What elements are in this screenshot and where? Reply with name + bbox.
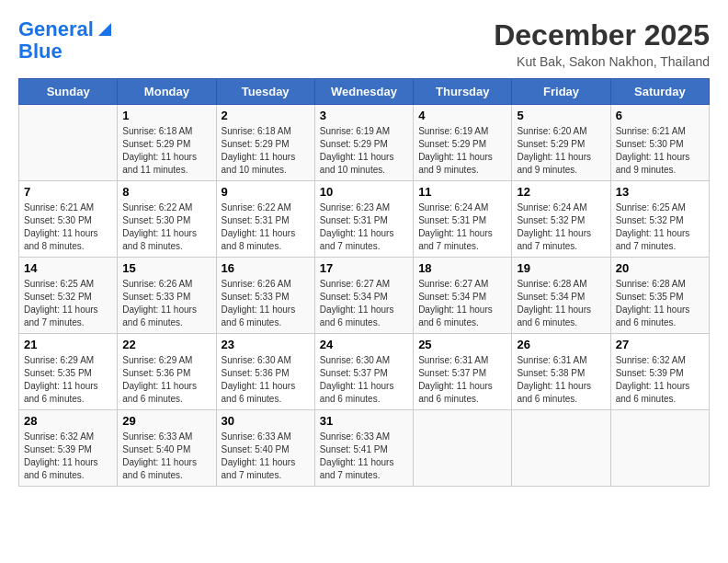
calendar-cell: 7Sunrise: 6:21 AM Sunset: 5:30 PM Daylig… [19,181,118,258]
calendar-cell: 30Sunrise: 6:33 AM Sunset: 5:40 PM Dayli… [216,410,314,487]
header-wednesday: Wednesday [314,79,413,105]
day-info: Sunrise: 6:33 AM Sunset: 5:41 PM Dayligh… [320,431,408,482]
calendar-cell: 23Sunrise: 6:30 AM Sunset: 5:36 PM Dayli… [216,334,314,410]
location-subtitle: Kut Bak, Sakon Nakhon, Thailand [494,54,710,69]
day-number: 15 [122,261,210,275]
calendar-cell: 29Sunrise: 6:33 AM Sunset: 5:40 PM Dayli… [118,410,216,487]
calendar-cell: 28Sunrise: 6:32 AM Sunset: 5:39 PM Dayli… [19,410,118,487]
day-number: 12 [517,185,605,199]
calendar-cell: 8Sunrise: 6:22 AM Sunset: 5:30 PM Daylig… [118,181,216,258]
calendar-cell [414,410,512,487]
svg-marker-0 [98,23,111,36]
day-info: Sunrise: 6:23 AM Sunset: 5:31 PM Dayligh… [320,201,408,253]
calendar-cell: 5Sunrise: 6:20 AM Sunset: 5:29 PM Daylig… [512,105,610,181]
calendar-cell: 4Sunrise: 6:19 AM Sunset: 5:29 PM Daylig… [414,105,512,181]
day-info: Sunrise: 6:19 AM Sunset: 5:29 PM Dayligh… [418,125,506,177]
calendar-cell: 14Sunrise: 6:25 AM Sunset: 5:32 PM Dayli… [19,258,118,334]
day-number: 18 [418,261,506,275]
week-row-2: 7Sunrise: 6:21 AM Sunset: 5:30 PM Daylig… [19,181,710,258]
calendar-cell: 31Sunrise: 6:33 AM Sunset: 5:41 PM Dayli… [314,410,413,487]
logo: General Blue [18,18,113,63]
day-number: 28 [24,414,112,428]
calendar-cell: 3Sunrise: 6:19 AM Sunset: 5:29 PM Daylig… [314,105,413,181]
calendar-cell: 27Sunrise: 6:32 AM Sunset: 5:39 PM Dayli… [610,334,709,410]
day-info: Sunrise: 6:26 AM Sunset: 5:33 PM Dayligh… [122,278,210,329]
day-number: 10 [320,185,408,199]
header-thursday: Thursday [414,79,512,105]
day-number: 23 [222,338,310,351]
header-saturday: Saturday [610,79,709,105]
calendar-cell: 10Sunrise: 6:23 AM Sunset: 5:31 PM Dayli… [314,181,413,258]
day-number: 25 [418,338,506,351]
day-number: 29 [122,414,210,428]
day-info: Sunrise: 6:30 AM Sunset: 5:37 PM Dayligh… [320,354,408,406]
day-number: 5 [517,109,605,122]
day-info: Sunrise: 6:28 AM Sunset: 5:34 PM Dayligh… [517,278,605,329]
day-info: Sunrise: 6:32 AM Sunset: 5:39 PM Dayligh… [616,354,704,406]
calendar-cell: 12Sunrise: 6:24 AM Sunset: 5:32 PM Dayli… [512,181,610,258]
calendar-cell [19,105,118,181]
day-info: Sunrise: 6:32 AM Sunset: 5:39 PM Dayligh… [24,431,112,482]
header-tuesday: Tuesday [216,79,314,105]
day-number: 2 [222,109,310,122]
day-number: 14 [24,261,112,275]
calendar-cell: 13Sunrise: 6:25 AM Sunset: 5:32 PM Dayli… [610,181,709,258]
day-number: 13 [616,185,704,199]
month-title: December 2025 [494,18,710,52]
day-info: Sunrise: 6:22 AM Sunset: 5:30 PM Dayligh… [122,201,210,253]
day-info: Sunrise: 6:27 AM Sunset: 5:34 PM Dayligh… [320,278,408,329]
day-info: Sunrise: 6:28 AM Sunset: 5:35 PM Dayligh… [616,278,704,329]
day-number: 8 [122,185,210,199]
calendar-cell: 6Sunrise: 6:21 AM Sunset: 5:30 PM Daylig… [610,105,709,181]
day-info: Sunrise: 6:26 AM Sunset: 5:33 PM Dayligh… [222,278,310,329]
day-number: 6 [616,109,704,122]
day-info: Sunrise: 6:25 AM Sunset: 5:32 PM Dayligh… [616,201,704,253]
week-row-3: 14Sunrise: 6:25 AM Sunset: 5:32 PM Dayli… [19,258,710,334]
day-number: 20 [616,261,704,275]
day-number: 21 [24,338,112,351]
calendar-cell: 21Sunrise: 6:29 AM Sunset: 5:35 PM Dayli… [19,334,118,410]
title-block: December 2025 Kut Bak, Sakon Nakhon, Tha… [494,18,710,69]
logo-arrow-icon [97,21,113,38]
logo-text-line1: General [18,18,94,40]
calendar-header-row: SundayMondayTuesdayWednesdayThursdayFrid… [19,79,710,105]
day-info: Sunrise: 6:21 AM Sunset: 5:30 PM Dayligh… [616,125,704,177]
calendar-cell: 20Sunrise: 6:28 AM Sunset: 5:35 PM Dayli… [610,258,709,334]
day-number: 4 [418,109,506,122]
day-number: 24 [320,338,408,351]
day-info: Sunrise: 6:33 AM Sunset: 5:40 PM Dayligh… [122,431,210,482]
day-info: Sunrise: 6:25 AM Sunset: 5:32 PM Dayligh… [24,278,112,329]
day-info: Sunrise: 6:18 AM Sunset: 5:29 PM Dayligh… [122,125,210,177]
week-row-1: 1Sunrise: 6:18 AM Sunset: 5:29 PM Daylig… [19,105,710,181]
day-number: 1 [122,109,210,122]
day-number: 19 [517,261,605,275]
week-row-4: 21Sunrise: 6:29 AM Sunset: 5:35 PM Dayli… [19,334,710,410]
calendar-cell: 2Sunrise: 6:18 AM Sunset: 5:29 PM Daylig… [216,105,314,181]
day-info: Sunrise: 6:20 AM Sunset: 5:29 PM Dayligh… [517,125,605,177]
day-info: Sunrise: 6:30 AM Sunset: 5:36 PM Dayligh… [222,354,310,406]
day-info: Sunrise: 6:19 AM Sunset: 5:29 PM Dayligh… [320,125,408,177]
day-number: 11 [418,185,506,199]
day-number: 9 [222,185,310,199]
day-number: 26 [517,338,605,351]
day-info: Sunrise: 6:27 AM Sunset: 5:34 PM Dayligh… [418,278,506,329]
calendar-cell [610,410,709,487]
calendar-cell: 19Sunrise: 6:28 AM Sunset: 5:34 PM Dayli… [512,258,610,334]
day-number: 17 [320,261,408,275]
calendar-cell: 9Sunrise: 6:22 AM Sunset: 5:31 PM Daylig… [216,181,314,258]
header-monday: Monday [118,79,216,105]
day-number: 16 [222,261,310,275]
page-header: General Blue December 2025 Kut Bak, Sako… [18,18,710,69]
calendar-cell: 24Sunrise: 6:30 AM Sunset: 5:37 PM Dayli… [314,334,413,410]
day-info: Sunrise: 6:31 AM Sunset: 5:38 PM Dayligh… [517,354,605,406]
calendar-table: SundayMondayTuesdayWednesdayThursdayFrid… [18,78,710,487]
day-info: Sunrise: 6:24 AM Sunset: 5:31 PM Dayligh… [418,201,506,253]
calendar-cell: 22Sunrise: 6:29 AM Sunset: 5:36 PM Dayli… [118,334,216,410]
day-info: Sunrise: 6:21 AM Sunset: 5:30 PM Dayligh… [24,201,112,253]
calendar-body: 1Sunrise: 6:18 AM Sunset: 5:29 PM Daylig… [19,105,710,487]
day-info: Sunrise: 6:31 AM Sunset: 5:37 PM Dayligh… [418,354,506,406]
day-number: 30 [222,414,310,428]
week-row-5: 28Sunrise: 6:32 AM Sunset: 5:39 PM Dayli… [19,410,710,487]
day-info: Sunrise: 6:29 AM Sunset: 5:35 PM Dayligh… [24,354,112,406]
header-friday: Friday [512,79,610,105]
